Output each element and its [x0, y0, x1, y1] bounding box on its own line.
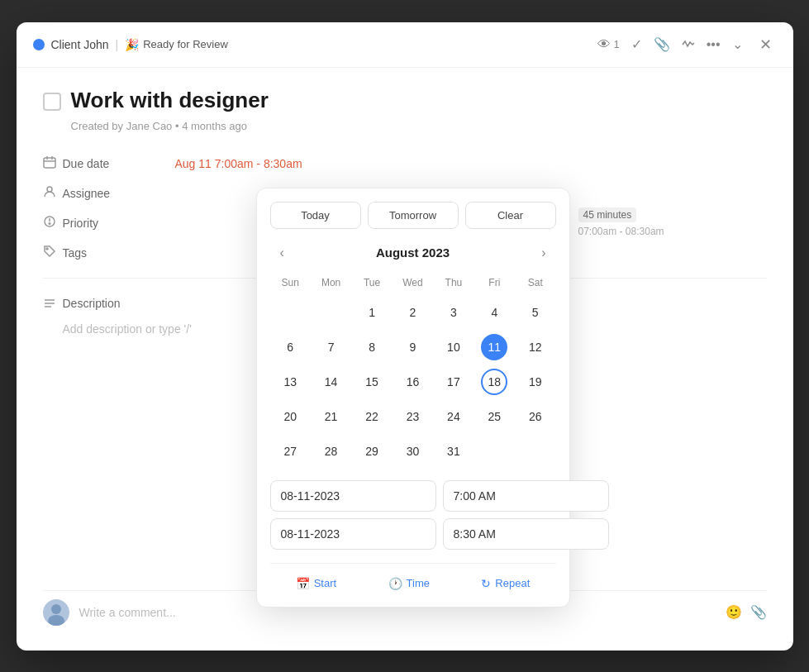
start-label: Start [314, 577, 336, 589]
calendar-day-10[interactable]: 10 [433, 330, 474, 365]
calendar-day-9[interactable]: 9 [393, 330, 433, 365]
meta-dot: • [175, 120, 182, 132]
check-circle-icon[interactable]: ✓ [631, 36, 642, 52]
task-meta: Created by Jane Cao • 4 months ago [71, 120, 767, 132]
chevron-down-icon[interactable]: ⌄ [732, 36, 743, 52]
tomorrow-button[interactable]: Tomorrow [368, 202, 459, 229]
calendar-day-29[interactable]: 29 [351, 434, 392, 469]
repeat-footer-button[interactable]: ↻ Repeat [474, 574, 536, 593]
calendar-day-5[interactable]: 5 [515, 295, 555, 330]
end-date-input[interactable] [270, 518, 436, 550]
due-date-value[interactable]: Aug 11 7:00am - 8:30am [175, 157, 302, 170]
svg-point-13 [51, 604, 61, 614]
start-time-input[interactable] [443, 480, 609, 512]
calendar-day-15[interactable]: 15 [351, 365, 392, 399]
duration-badge: 45 minutes [578, 207, 637, 222]
calendar-week-1: 6789101112 [270, 330, 556, 365]
modal-header: Client John | 🎉 Ready for Review 👁 1 ✓ 📎… [17, 22, 793, 68]
selected-day-indicator: 11 [481, 334, 507, 360]
user-avatar [43, 599, 69, 626]
calendar-day-11[interactable]: 11 [474, 330, 515, 365]
calendar-day-3[interactable]: 3 [433, 295, 474, 330]
calendar-day-14[interactable]: 14 [311, 365, 351, 399]
calendar-week-3: 20212223242526 [270, 399, 556, 434]
right-panel-hint: 45 minutes 07:00am - 08:30am [562, 188, 793, 254]
calendar-day-31[interactable]: 31 [433, 434, 474, 469]
priority-label: Priority [43, 215, 175, 231]
more-icon[interactable]: ••• [707, 37, 721, 52]
calendar-week-0: 12345 [270, 295, 556, 330]
calendar-empty [474, 434, 515, 469]
header-separator: | [116, 38, 119, 51]
col-sun: Sun [270, 274, 311, 295]
next-month-button[interactable]: › [535, 242, 552, 264]
attach-icon[interactable]: 📎 [750, 604, 767, 620]
time-label: Time [407, 577, 430, 589]
calendar-day-19[interactable]: 19 [515, 365, 555, 399]
calendar-grid: Sun Mon Tue Wed Thu Fri Sat 123456789101… [270, 274, 556, 469]
calendar-day-6[interactable]: 6 [270, 330, 311, 365]
calendar-day-20[interactable]: 20 [270, 399, 311, 434]
calendar-empty [515, 434, 555, 469]
calendar-empty [270, 295, 311, 330]
calendar-day-4[interactable]: 4 [474, 295, 515, 330]
calendar-day-24[interactable]: 24 [433, 399, 474, 434]
calendar-day-13[interactable]: 13 [270, 365, 311, 399]
status-badge[interactable]: 🎉 Ready for Review [125, 38, 228, 51]
start-footer-button[interactable]: 📅 Start [289, 574, 343, 593]
calendar-day-23[interactable]: 23 [393, 399, 433, 434]
calendar-day-16[interactable]: 16 [393, 365, 433, 399]
task-checkbox[interactable] [43, 93, 61, 111]
calendar-day-26[interactable]: 26 [515, 399, 555, 434]
calendar-day-1[interactable]: 1 [351, 295, 392, 330]
due-date-field-label: Due date [63, 157, 110, 170]
prev-month-button[interactable]: ‹ [274, 242, 291, 264]
calendar-day-25[interactable]: 25 [474, 399, 515, 434]
svg-point-8 [46, 248, 48, 250]
paperclip-icon[interactable]: 📎 [654, 36, 670, 52]
calendar-day-7[interactable]: 7 [311, 330, 351, 365]
priority-field-label: Priority [63, 217, 99, 230]
activity-icon[interactable] [682, 38, 695, 51]
calendar-day-8[interactable]: 8 [351, 330, 392, 365]
col-thu: Thu [433, 274, 474, 295]
calendar-day-21[interactable]: 21 [311, 399, 351, 434]
today-button[interactable]: Today [270, 202, 361, 229]
person-icon [43, 185, 56, 202]
calendar-day-27[interactable]: 27 [270, 434, 311, 469]
calendar-icon [43, 155, 56, 172]
eye-icon: 👁 [597, 37, 611, 52]
calendar-day-17[interactable]: 17 [433, 365, 474, 399]
end-datetime-row [270, 518, 556, 550]
calendar-day-2[interactable]: 2 [393, 295, 433, 330]
task-title: Work with designer [71, 88, 269, 113]
time-footer-button[interactable]: 🕐 Time [382, 574, 436, 593]
lines-icon [43, 297, 56, 313]
quick-buttons: Today Tomorrow Clear [270, 202, 556, 229]
repeat-label: Repeat [495, 577, 530, 589]
calendar-week-2: 13141516171819 [270, 365, 556, 399]
assignee-label: Assignee [43, 185, 175, 202]
emoji-icon[interactable]: 🙂 [726, 604, 742, 620]
time-range: 07:00am - 08:30am [578, 226, 777, 237]
time-ago: 4 months ago [182, 120, 247, 132]
calendar-day-18[interactable]: 18 [474, 365, 515, 399]
calendar-week-4: 2728293031 [270, 434, 556, 469]
calendar-nav: ‹ August 2023 › [270, 242, 556, 264]
assignee-field-label: Assignee [63, 187, 111, 200]
view-icon[interactable]: 👁 1 [597, 37, 619, 52]
clear-button[interactable]: Clear [465, 202, 556, 229]
end-time-input[interactable] [443, 518, 609, 550]
calendar-empty [311, 295, 351, 330]
calendar-day-30[interactable]: 30 [393, 434, 433, 469]
calendar-day-22[interactable]: 22 [351, 399, 392, 434]
calendar-day-12[interactable]: 12 [515, 330, 555, 365]
start-date-input[interactable] [270, 480, 436, 512]
description-placeholder[interactable]: Add description or type '/' [63, 322, 192, 336]
due-date-label: Due date [43, 155, 175, 172]
task-header: Work with designer [43, 88, 767, 113]
modal-container: Client John | 🎉 Ready for Review 👁 1 ✓ 📎… [17, 22, 793, 651]
comment-input[interactable]: Write a comment... [79, 606, 716, 619]
close-button[interactable]: ✕ [754, 34, 777, 55]
calendar-day-28[interactable]: 28 [311, 434, 351, 469]
